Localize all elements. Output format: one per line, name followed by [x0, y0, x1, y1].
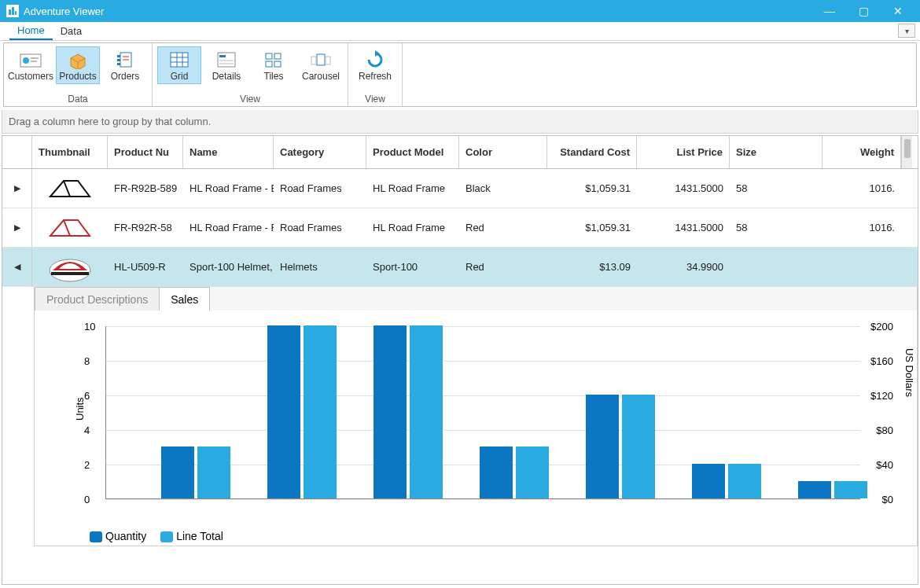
- main-tabstrip: Home Data ▾: [0, 22, 920, 41]
- size-cell: 58: [730, 169, 822, 208]
- product-number-cell: HL-U509-R: [108, 248, 183, 286]
- details-icon: [212, 49, 241, 71]
- product-number-cell: FR-R92R-58: [108, 208, 183, 247]
- thumbnail-cell: [32, 169, 108, 208]
- row-expander[interactable]: ▶: [2, 169, 32, 208]
- model-cell: HL Road Frame: [366, 169, 459, 208]
- ribbon-refresh-button[interactable]: Refresh: [353, 46, 397, 84]
- table-row[interactable]: ◀HL-U509-RSport-100 Helmet,HelmetsSport-…: [2, 248, 918, 287]
- ribbon-carousel-button[interactable]: Carousel: [299, 46, 343, 84]
- svg-rect-23: [219, 55, 226, 57]
- data-grid: Thumbnail Product Nu Name Category Produ…: [2, 135, 918, 585]
- col-model[interactable]: Product Model: [366, 136, 459, 168]
- ribbon-grid-button[interactable]: Grid: [157, 46, 201, 84]
- tab-data[interactable]: Data: [53, 22, 90, 40]
- ribbon: Customers Products Orders Data Grid Deta…: [3, 42, 917, 107]
- minimize-button[interactable]: —: [814, 5, 845, 17]
- cost-cell: $1,059.31: [547, 208, 637, 247]
- color-cell: Red: [459, 208, 547, 247]
- col-standard-cost[interactable]: Standard Cost: [547, 136, 637, 168]
- color-cell: Black: [459, 169, 547, 208]
- svg-rect-5: [31, 57, 39, 59]
- ribbon-group-label-refresh: View: [365, 94, 385, 105]
- window-title: Adventure Viewer: [24, 6, 814, 17]
- ribbon-customers-button[interactable]: Customers: [9, 46, 53, 84]
- model-cell: Sport-100: [366, 248, 459, 286]
- svg-rect-31: [311, 57, 316, 64]
- color-cell: Red: [459, 248, 547, 286]
- ribbon-group-label-view: View: [240, 94, 260, 105]
- sales-chart: Units US Dollars 0$02$404$806$1208$16010…: [35, 311, 917, 546]
- name-cell: HL Road Frame - B: [183, 169, 274, 208]
- tab-home[interactable]: Home: [9, 22, 53, 40]
- list-price-cell: 34.9900: [637, 248, 730, 286]
- col-thumbnail[interactable]: Thumbnail: [32, 136, 108, 168]
- tab-product-descriptions[interactable]: Product Descriptions: [35, 287, 160, 311]
- chart-legend: Quantity Line Total: [90, 530, 223, 542]
- ribbon-group-data: Customers Products Orders Data: [4, 43, 153, 106]
- svg-rect-6: [31, 61, 37, 62]
- table-row[interactable]: ▶FR-R92R-58HL Road Frame - RRoad FramesH…: [2, 208, 918, 248]
- grid-icon: [165, 49, 193, 71]
- col-color[interactable]: Color: [459, 136, 547, 168]
- ribbon-tiles-button[interactable]: Tiles: [252, 46, 296, 84]
- svg-rect-22: [218, 53, 235, 67]
- weight-cell: [822, 248, 901, 286]
- refresh-icon: [361, 49, 389, 71]
- svg-rect-17: [171, 53, 188, 67]
- model-cell: HL Road Frame: [366, 208, 459, 247]
- cost-cell: $13.09: [547, 248, 637, 286]
- thumbnail-cell: [32, 208, 108, 247]
- name-cell: Sport-100 Helmet,: [183, 248, 274, 286]
- col-product-number[interactable]: Product Nu: [108, 136, 183, 168]
- list-price-cell: 1431.5000: [637, 169, 730, 208]
- svg-rect-2: [15, 11, 17, 15]
- table-row[interactable]: ▶FR-R92B-589HL Road Frame - BRoad Frames…: [2, 169, 918, 208]
- y-axis-right-label: US Dollars: [903, 348, 915, 397]
- ribbon-group-refresh: Refresh View: [348, 43, 403, 106]
- col-weight[interactable]: Weight: [822, 136, 901, 168]
- svg-rect-0: [9, 9, 11, 15]
- ribbon-dropdown[interactable]: ▾: [898, 24, 915, 38]
- svg-rect-27: [274, 53, 281, 59]
- svg-point-4: [23, 57, 29, 64]
- group-by-bar[interactable]: Drag a column here to group by that colu…: [2, 110, 918, 134]
- svg-rect-12: [117, 55, 120, 57]
- customers-icon: [17, 49, 45, 71]
- col-size[interactable]: Size: [730, 136, 822, 168]
- close-button[interactable]: ✕: [882, 5, 914, 17]
- ribbon-orders-button[interactable]: Orders: [103, 46, 147, 84]
- size-cell: [730, 248, 822, 286]
- category-cell: Helmets: [274, 248, 366, 286]
- name-cell: HL Road Frame - R: [183, 208, 274, 247]
- app-icon: [6, 5, 19, 17]
- maximize-button[interactable]: ▢: [848, 5, 879, 17]
- tab-sales[interactable]: Sales: [159, 287, 210, 311]
- tiles-icon: [259, 49, 288, 71]
- product-number-cell: FR-R92B-589: [108, 169, 183, 208]
- size-cell: 58: [730, 208, 822, 247]
- vertical-scrollbar[interactable]: [901, 136, 912, 168]
- row-expander[interactable]: ▶: [2, 208, 32, 247]
- col-name[interactable]: Name: [183, 136, 274, 168]
- thumbnail-cell: [32, 248, 108, 286]
- col-category[interactable]: Category: [274, 136, 366, 168]
- svg-rect-14: [117, 63, 120, 65]
- col-list-price[interactable]: List Price: [637, 136, 730, 168]
- products-icon: [64, 49, 92, 71]
- legend-swatch-quantity: [90, 531, 102, 542]
- list-price-cell: 1431.5000: [637, 208, 730, 247]
- legend-swatch-linetotal: [160, 531, 173, 542]
- carousel-icon: [307, 49, 335, 71]
- orders-icon: [111, 49, 139, 71]
- expand-column-header: [2, 136, 32, 168]
- weight-cell: 1016.: [822, 208, 901, 247]
- svg-rect-1: [12, 7, 14, 15]
- svg-rect-29: [274, 61, 281, 67]
- cost-cell: $1,059.31: [547, 169, 637, 208]
- category-cell: Road Frames: [274, 208, 366, 247]
- ribbon-products-button[interactable]: Products: [56, 46, 100, 84]
- ribbon-details-button[interactable]: Details: [204, 46, 248, 84]
- weight-cell: 1016.: [822, 169, 901, 208]
- row-expander[interactable]: ◀: [2, 248, 32, 286]
